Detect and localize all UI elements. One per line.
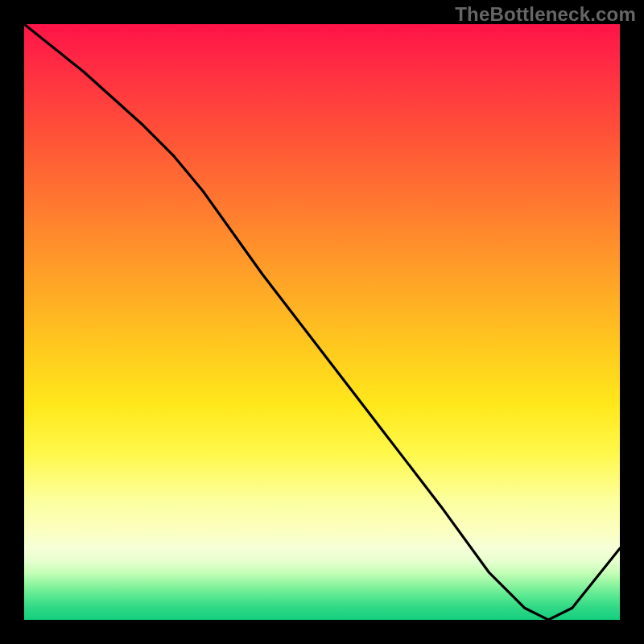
gradient-background [24, 24, 620, 620]
plot-area [24, 24, 620, 620]
watermark-text: TheBottleneck.com [455, 3, 636, 26]
chart-frame: TheBottleneck.com [0, 0, 644, 644]
